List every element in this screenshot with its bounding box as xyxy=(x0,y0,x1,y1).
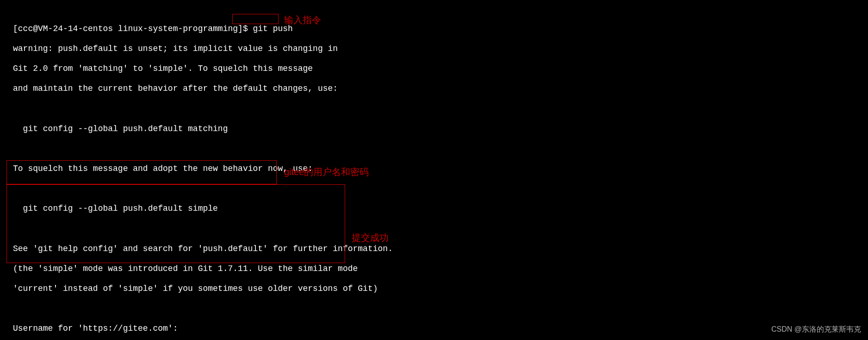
annotation-input-command: 输入指令 xyxy=(284,14,321,26)
watermark-text: CSDN @东洛的克莱斯韦克 xyxy=(771,325,861,334)
annotation-credentials: gitee的用户名和密码 xyxy=(284,166,369,178)
output-line: git config --global push.default matchin… xyxy=(13,124,855,134)
shell-prompt: [ccc@VM-24-14-centos linux-system-progra… xyxy=(13,24,253,33)
output-line: To squelch this message and adopt the ne… xyxy=(13,164,855,174)
prompt-line-1: [ccc@VM-24-14-centos linux-system-progra… xyxy=(13,24,855,34)
output-line: warning: push.default is unset; its impl… xyxy=(13,44,855,54)
output-line: 'current' instead of 'simple' if you som… xyxy=(13,284,855,294)
output-line: and maintain the current behavior after … xyxy=(13,84,855,94)
output-line: git config --global push.default simple xyxy=(13,204,855,214)
terminal-output[interactable]: [ccc@VM-24-14-centos linux-system-progra… xyxy=(0,0,868,340)
output-line xyxy=(13,104,855,114)
output-line xyxy=(13,224,855,234)
username-prompt-line: Username for 'https://gitee.com': xyxy=(13,324,855,334)
output-line: See 'git help config' and search for 'pu… xyxy=(13,244,855,254)
output-line: (the 'simple' mode was introduced in Git… xyxy=(13,264,855,274)
output-line: Git 2.0 from 'matching' to 'simple'. To … xyxy=(13,64,855,74)
output-line xyxy=(13,184,855,194)
annotation-success: 提交成功 xyxy=(352,232,389,244)
output-line xyxy=(13,304,855,314)
output-line xyxy=(13,144,855,154)
